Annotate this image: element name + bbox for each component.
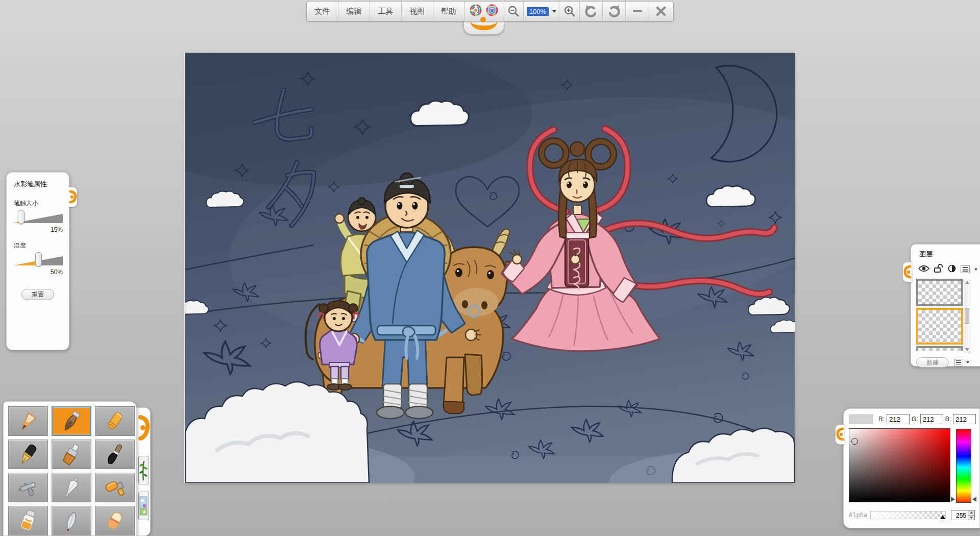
scroll-up-icon[interactable] — [965, 281, 969, 284]
toolbox-eye-icon[interactable] — [469, 4, 482, 19]
layers-panel-clown-tab[interactable] — [902, 262, 912, 282]
hue-marker-left[interactable] — [951, 497, 955, 502]
layer-list — [916, 279, 970, 353]
green-input[interactable] — [920, 414, 943, 424]
brush-properties-panel: 水彩笔属性 笔触大小 15% 湿度 50% 重置 — [6, 172, 69, 350]
palette-clown-ear-icon[interactable] — [137, 411, 150, 445]
close-icon — [656, 6, 666, 16]
current-color-swatch[interactable] — [849, 414, 873, 424]
main-toolbar: 文件 编辑 工具 视图 帮助 — [306, 1, 674, 21]
brush-tool-paint-bottle[interactable] — [8, 506, 48, 535]
brush-size-value: 15% — [14, 226, 63, 233]
menu-view[interactable]: 视图 — [402, 2, 433, 21]
menu-help[interactable]: 帮助 — [433, 2, 465, 21]
reset-button[interactable]: 重置 — [21, 289, 54, 300]
brush-tool-grid — [8, 406, 132, 535]
layer-item-3-partial[interactable] — [916, 346, 963, 351]
clown-ear-icon — [836, 425, 845, 444]
sv-cursor-icon[interactable] — [851, 438, 858, 445]
layer-menu-icon[interactable] — [961, 265, 970, 273]
layers-options-dropdown-arrow[interactable] — [966, 361, 969, 363]
brush-tool-paint-roller[interactable] — [95, 473, 135, 502]
layer-item-1[interactable] — [916, 279, 963, 306]
wetness-value: 50% — [14, 269, 63, 276]
scrollbar-thumb[interactable] — [965, 308, 969, 324]
alpha-marker-icon[interactable] — [940, 515, 945, 519]
brush-tool-leaf-knife[interactable] — [52, 506, 91, 535]
zoom-dropdown-arrow[interactable] — [552, 10, 556, 13]
gallery-eye-icon[interactable] — [485, 4, 499, 19]
zoom-out-button[interactable] — [507, 2, 520, 21]
wetness-slider-thumb[interactable] — [35, 252, 42, 266]
brush-tool-crayon[interactable] — [95, 406, 135, 436]
brush-tool-airbrush[interactable] — [8, 473, 48, 502]
layers-panel-title: 图层 — [919, 250, 980, 259]
hue-marker-right[interactable] — [972, 497, 976, 502]
alpha-spinner: 255 — [951, 510, 975, 520]
brush-tool-watercolor-brush[interactable] — [52, 406, 91, 436]
plant-stamp-icon — [139, 458, 148, 482]
brush-tool-flat-brush[interactable] — [52, 440, 91, 469]
brush-panel-clown-tab[interactable] — [68, 187, 78, 207]
minimize-button[interactable] — [633, 2, 642, 21]
minimize-icon — [633, 10, 642, 12]
alpha-label: Alpha — [849, 511, 870, 519]
tab-picture-stamps[interactable] — [138, 492, 149, 520]
brush-tool-eraser[interactable] — [95, 506, 135, 535]
new-layer-button[interactable]: 新建 — [916, 357, 949, 368]
color-picker-panel: R: G: B: Alpha 255 — [843, 408, 980, 528]
palette-side-strip — [137, 407, 151, 536]
brush-tool-palette-knife[interactable] — [52, 473, 91, 502]
layers-panel: 图层 新建 — [911, 244, 980, 367]
menu-file[interactable]: 文件 — [307, 2, 338, 21]
zoom-in-button[interactable] — [564, 2, 576, 21]
layer-item-2-selected[interactable] — [916, 308, 963, 345]
picture-stamp-icon — [139, 494, 148, 518]
blue-input[interactable] — [953, 414, 976, 424]
brush-size-label: 笔触大小 — [14, 199, 62, 208]
blue-label: B: — [945, 416, 951, 423]
red-input[interactable] — [887, 414, 910, 424]
wetness-label: 湿度 — [14, 241, 62, 250]
brush-tool-colored-pencil[interactable] — [8, 406, 48, 436]
alpha-value[interactable]: 255 — [951, 510, 968, 520]
zoom-level-select[interactable]: 100% — [524, 2, 559, 21]
color-panel-clown-tab[interactable] — [835, 424, 844, 445]
menu-edit[interactable]: 编辑 — [338, 2, 370, 21]
scroll-down-icon[interactable] — [965, 348, 969, 351]
red-label: R: — [878, 416, 885, 423]
clown-ear-icon — [68, 187, 78, 207]
wetness-slider[interactable] — [14, 253, 63, 267]
alpha-slider[interactable] — [870, 511, 946, 519]
brush-panel-title: 水彩笔属性 — [14, 180, 62, 189]
brush-size-slider[interactable] — [14, 211, 63, 225]
brush-palette-panel — [3, 401, 137, 536]
hue-bar[interactable] — [956, 429, 971, 503]
alpha-decrement-button[interactable] — [968, 515, 974, 520]
layer-list-scrollbar[interactable] — [964, 279, 970, 353]
menu-tools[interactable]: 工具 — [370, 2, 402, 21]
alpha-increment-button[interactable] — [968, 510, 974, 515]
tab-plant-stamps[interactable] — [138, 456, 149, 484]
unlock-icon[interactable] — [934, 264, 943, 275]
close-button[interactable] — [656, 2, 666, 21]
clown-nose-icon — [480, 17, 486, 22]
undo-button[interactable] — [584, 2, 598, 21]
clown-ear-icon — [903, 262, 912, 282]
saturation-value-picker[interactable] — [849, 428, 950, 502]
brush-tool-ink-brush[interactable] — [95, 440, 135, 469]
layers-options-icon[interactable] — [954, 359, 963, 367]
layer-menu-dropdown-arrow[interactable] — [974, 269, 977, 271]
clown-smile-tab[interactable] — [463, 21, 504, 35]
redo-button[interactable] — [607, 2, 621, 21]
opacity-half-icon[interactable] — [948, 264, 956, 275]
visibility-eye-icon[interactable] — [918, 265, 929, 274]
brush-tool-fountain-pen[interactable] — [8, 440, 48, 469]
zoom-level-value[interactable]: 100% — [527, 7, 549, 16]
brush-size-slider-thumb[interactable] — [18, 210, 24, 224]
drawing-canvas[interactable] — [185, 53, 794, 482]
green-label: G: — [912, 416, 918, 423]
